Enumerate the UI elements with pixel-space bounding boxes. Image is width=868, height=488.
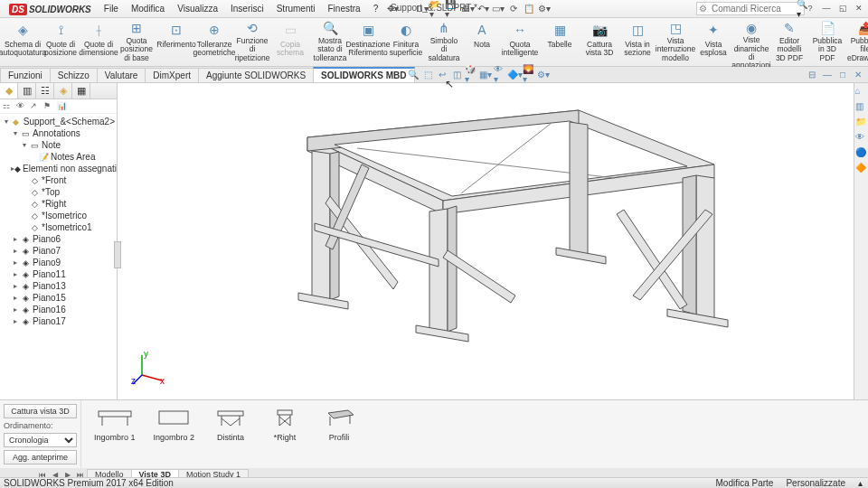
- ribbon-cattura-vista-3d[interactable]: 📷Cattura vista 3D: [580, 20, 618, 64]
- tree-node[interactable]: ▾▭Note: [2, 139, 115, 151]
- expand-icon[interactable]: ▸: [11, 305, 20, 314]
- tp-custom-icon[interactable]: 🔶: [855, 163, 868, 175]
- ribbon-quote-di-dimensione[interactable]: ⟊Quote di dimensione: [80, 20, 118, 64]
- edit-appear-icon[interactable]: 🔷▾: [508, 68, 521, 80]
- graphics-viewport[interactable]: y x z ↖: [118, 83, 868, 399]
- ribbon-pubblica-in-3d-pdf[interactable]: 📄Pubblica in 3D PDF: [808, 20, 846, 64]
- expand-icon[interactable]: ▸: [11, 235, 20, 243]
- minimize-icon[interactable]: —: [819, 2, 834, 14]
- tab-solidworks-mbd[interactable]: SOLIDWORKS MBD: [313, 67, 414, 82]
- fm-tab-dimxpert[interactable]: ◈: [54, 83, 72, 99]
- command-search[interactable]: ⚙ 🔍▾: [696, 2, 805, 15]
- fm-graph-icon[interactable]: 📊: [57, 101, 68, 112]
- tree-node[interactable]: ▸◆Elementi non assegnati: [2, 163, 115, 174]
- view-settings-icon[interactable]: ⚙▾: [537, 68, 550, 80]
- ribbon-pubblica-file-edrawings[interactable]: 📤Pubblica file eDrawings: [846, 20, 868, 64]
- orientation-triad[interactable]: y x z: [131, 350, 167, 386]
- search-input[interactable]: [709, 4, 795, 14]
- zoom-area-icon[interactable]: ⬚: [421, 68, 434, 80]
- ribbon-funzione-di-ripetizione[interactable]: ⟲Funzione di ripetizione: [233, 20, 271, 64]
- maximize-icon[interactable]: ◱: [835, 2, 850, 14]
- tree-node[interactable]: ▸◈Piano11: [2, 268, 115, 280]
- tab-funzioni[interactable]: Funzioni: [0, 68, 51, 82]
- tree-node[interactable]: ◇*Top: [2, 186, 115, 198]
- settings-icon[interactable]: ⚙▾: [537, 2, 552, 16]
- display-style-icon[interactable]: ▦▾: [479, 68, 492, 80]
- ribbon-riferimento[interactable]: ⊡Riferimento: [157, 20, 195, 64]
- ribbon-quota-intelligente[interactable]: ↔Quota intelligente: [501, 20, 539, 64]
- tree-node[interactable]: ◇*Isometrico: [2, 210, 115, 221]
- expand-icon[interactable]: ▸: [11, 247, 20, 255]
- tab-schizzo[interactable]: Schizzo: [50, 68, 98, 82]
- fm-eye-icon[interactable]: 👁: [16, 101, 27, 112]
- sort-select[interactable]: Cronologia: [4, 433, 77, 447]
- view-thumb--right[interactable]: *Right: [267, 406, 303, 442]
- ribbon-nota[interactable]: ANota: [463, 20, 501, 64]
- view-thumb-distinta[interactable]: Distinta: [212, 406, 249, 442]
- splitter-handle[interactable]: [114, 241, 121, 268]
- view-thumb-ingombro-2[interactable]: Ingombro 2: [154, 406, 195, 442]
- tp-resources-icon[interactable]: ▥: [855, 101, 868, 114]
- close-icon[interactable]: ✕: [852, 2, 866, 14]
- doc-max-icon[interactable]: □: [836, 69, 849, 81]
- doc-min-icon[interactable]: ⊟: [806, 69, 818, 81]
- fm-tab-feature[interactable]: ◆: [0, 83, 18, 99]
- ribbon-destinazione-riferimento[interactable]: ▣Destinazione Riferimento: [349, 20, 387, 64]
- status-custom[interactable]: Personalizzate: [786, 478, 845, 488]
- tp-home-icon[interactable]: ⌂: [855, 86, 868, 99]
- expand-icon[interactable]: ▾: [20, 141, 29, 149]
- ribbon-vista-in-sezione[interactable]: ◫Vista in sezione: [618, 20, 656, 64]
- tree-node[interactable]: ◇*Front: [2, 174, 115, 186]
- ribbon-simbolo-di-saldatura[interactable]: ⋔Simbolo di saldatura: [425, 20, 463, 64]
- view-thumb-profili[interactable]: Profili: [321, 406, 357, 442]
- tp-view-icon[interactable]: 👁: [855, 132, 868, 145]
- tree-root[interactable]: ▾◆ Support_&<Schema2>: [2, 116, 115, 127]
- expand-icon[interactable]: ▸: [11, 270, 20, 278]
- menu-file[interactable]: File: [99, 2, 124, 15]
- expand-icon[interactable]: ▸: [11, 294, 20, 302]
- ribbon-vista-interruzione-modello[interactable]: ◳Vista interruzione modello: [656, 20, 694, 64]
- view-thumb-ingombro-1[interactable]: Ingombro 1: [94, 406, 136, 442]
- ribbon-tabelle[interactable]: ▦Tabelle: [541, 20, 579, 64]
- help2-icon[interactable]: ?: [803, 2, 817, 14]
- tree-node[interactable]: ▸◈Piano16: [2, 304, 115, 315]
- tree-node[interactable]: ▸◈Piano7: [2, 245, 115, 257]
- tab-valutare[interactable]: Valutare: [97, 68, 146, 82]
- view-orient-icon[interactable]: 🎲▾: [465, 68, 477, 80]
- tab-aggiunte-solidworks[interactable]: Aggiunte SOLIDWORKS: [198, 68, 314, 82]
- expand-icon[interactable]: ▾: [11, 129, 20, 137]
- menu-tools[interactable]: Strumenti: [271, 2, 321, 15]
- menu-edit[interactable]: Modifica: [126, 2, 170, 15]
- tree-node[interactable]: ▸◈Piano13: [2, 280, 115, 292]
- hide-show-icon[interactable]: 👁▾: [494, 68, 506, 80]
- fm-tab-display[interactable]: ▦: [72, 83, 90, 99]
- ribbon-vista-esplosa[interactable]: ✦Vista esplosa: [694, 20, 732, 64]
- tree-node[interactable]: 📝Notes Area: [2, 151, 115, 163]
- tree-node[interactable]: ▸◈Piano9: [2, 257, 115, 268]
- fm-flag-icon[interactable]: ⚑: [43, 101, 54, 112]
- tree-node[interactable]: ▸◈Piano15: [2, 292, 115, 304]
- rebuild-icon[interactable]: ⟳: [506, 2, 521, 16]
- menu-view[interactable]: Visualizza: [172, 2, 223, 15]
- menu-help[interactable]: ?: [368, 2, 384, 15]
- options-icon[interactable]: 📋: [522, 2, 536, 16]
- doc-close-icon[interactable]: ✕: [852, 69, 864, 81]
- fm-arrow-icon[interactable]: ↗: [30, 101, 41, 112]
- select-icon[interactable]: ▭▾: [491, 2, 505, 16]
- ribbon-editor-modelli-3d-pdf[interactable]: ✎Editor modelli 3D PDF: [770, 20, 808, 64]
- ribbon-finitura-superficie[interactable]: ◐Finitura superficie: [387, 20, 425, 64]
- expand-icon[interactable]: ▸: [11, 258, 20, 267]
- tp-appearance-icon[interactable]: 🔵: [855, 147, 868, 160]
- capture-3d-view-button[interactable]: Cattura vista 3D: [4, 404, 77, 418]
- doc-restore-icon[interactable]: —: [821, 69, 834, 81]
- tree-node[interactable]: ▸◈Piano6: [2, 233, 115, 245]
- undo-icon[interactable]: ↶▾: [476, 2, 490, 16]
- expand-icon[interactable]: ▸: [11, 317, 20, 325]
- fm-filter-icon[interactable]: ⚏: [3, 101, 14, 112]
- ribbon-viste-dinamiche-di-annotazioni[interactable]: ◉Viste dinamiche di annotazioni: [732, 20, 770, 64]
- update-previews-button[interactable]: Agg. anteprime: [4, 450, 77, 465]
- menu-insert[interactable]: Inserisci: [225, 2, 269, 15]
- ribbon-schema-di-autoquotatura[interactable]: ◈Schema di autoquotatura: [4, 20, 42, 64]
- ribbon-mostra-stato-di-tolleranza[interactable]: 🔍Mostra stato di tolleranza: [311, 20, 349, 64]
- tree-node[interactable]: ◇*Right: [2, 198, 115, 210]
